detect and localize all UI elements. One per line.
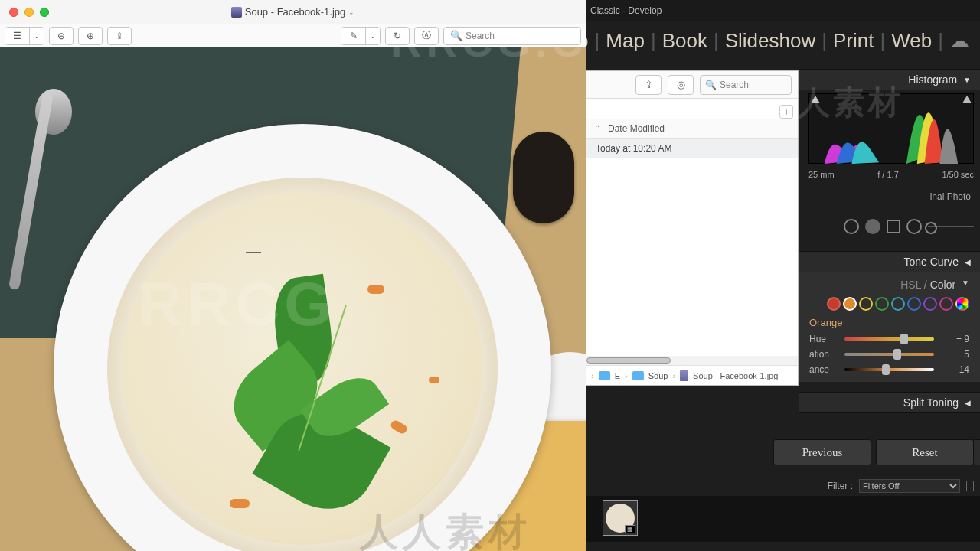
hsl-orange-swatch[interactable] [843,297,857,311]
frame-tool-icon[interactable] [887,220,900,233]
crop-tool-icon[interactable] [865,219,880,234]
disclosure-triangle-icon: ◀ [965,399,971,407]
preview-title: Soup - Facebook-1.jpg [245,6,346,18]
nav-cloud-icon[interactable]: ☁ [946,29,972,53]
search-icon: 🔍 [705,80,717,90]
rotate-button[interactable]: ↻ [385,27,410,45]
preview-toolbar: ☰⌄ ⊖ ⊕ ⇪ ✎⌄ ↻ Ⓐ 🔍Search [0,24,586,47]
finder-search-input[interactable]: 🔍Search [700,75,792,95]
preview-search-input[interactable]: 🔍Search [443,27,581,45]
filter-dropdown[interactable]: Filters Off [859,479,960,493]
wb-tool-icon[interactable] [844,219,859,234]
jpg-file-icon [231,7,242,18]
search-icon: 🔍 [450,30,462,41]
nav-print[interactable]: Print [830,29,877,53]
disclosure-triangle-icon: ▼ [963,76,971,84]
finder-window: ⇪ ◎ 🔍Search + ⌃Date Modified Today at 10… [586,70,799,386]
sidebar-toggle-icon[interactable]: ☰ [5,28,30,44]
folder-icon[interactable] [599,371,610,380]
hsl-magenta-swatch[interactable] [939,297,953,311]
folder-icon[interactable] [632,371,644,380]
histogram-display [808,93,974,164]
lock-icon[interactable] [966,481,974,491]
hue-value[interactable]: + 9 [939,334,969,344]
hsl-color-panel: HSL / Color▼ Orange Hue + 9 ation + 5 an… [799,272,980,382]
filmstrip[interactable]: ▦ [586,496,980,542]
nav-web[interactable]: Web [888,29,935,53]
hsl-panel-header[interactable]: HSL / Color▼ [809,279,969,291]
saturation-value[interactable]: + 5 [939,349,969,360]
disclosure-triangle-icon: ◀ [965,258,971,266]
nav-slideshow[interactable]: Slideshow [722,29,819,53]
breadcrumb-segment[interactable]: Soup [648,371,668,380]
share-button[interactable]: ⇪ [635,75,662,95]
reset-button[interactable]: Reset [876,439,974,465]
histogram-panel-header[interactable]: Histogram▼ [799,69,980,90]
jpg-file-icon[interactable] [680,370,688,381]
basic-tool-strip [808,216,974,237]
hue-slider[interactable] [844,337,934,341]
highlight-dropdown-icon[interactable]: ⌄ [366,28,380,44]
lightroom-module-nav: p| Map| Book| Slideshow| Print| Web| ☁ [574,29,972,53]
hsl-aqua-swatch[interactable] [891,297,905,311]
hue-label: Hue [809,334,840,344]
crosshair-cursor-icon [249,248,258,257]
filter-label: Filter : [828,481,853,491]
highlight-tool-icon[interactable]: ✎ [341,28,366,44]
new-tab-button[interactable]: + [779,105,793,119]
hsl-red-swatch[interactable] [827,297,841,311]
finder-row-date[interactable]: Today at 10:20 AM [586,139,798,158]
nav-book[interactable]: Book [659,29,710,53]
lightroom-titlebar: Classic - Develop [586,0,980,21]
saturation-slider[interactable] [844,353,934,356]
hsl-all-swatch[interactable] [956,297,969,311]
adjust-slider[interactable] [928,226,974,227]
finder-horizontal-scrollbar[interactable] [586,356,798,365]
tonecurve-panel-header[interactable]: Tone Curve◀ [799,251,980,272]
hsl-selected-color-label: Orange [809,317,969,328]
breadcrumb-segment[interactable]: E [615,371,620,380]
hsl-purple-swatch[interactable] [923,297,937,311]
photo-viewport[interactable]: RRCG.CN RRCG 人人素材 [0,47,586,551]
hsl-blue-swatch[interactable] [907,297,921,311]
filmstrip-thumbnail[interactable]: ▦ [603,500,638,536]
luminance-label: ance [809,364,840,375]
saturation-label: ation [809,349,840,360]
previous-button[interactable]: Previous [773,439,871,465]
breadcrumb-file[interactable]: Soup - Facebook-1.jpg [693,371,778,380]
nav-map[interactable]: Map [603,29,648,53]
sidebar-dropdown-icon[interactable]: ⌄ [30,28,44,44]
histogram-caption: 25 mm f / 1.7 1/50 sec [808,170,974,179]
luminance-value[interactable]: – 14 [939,364,969,375]
finder-path-bar: › E › Soup › Soup - Facebook-1.jpg [586,365,798,385]
preview-titlebar: Soup - Facebook-1.jpg ⌄ [0,0,586,24]
finder-column-header[interactable]: ⌃Date Modified [586,119,798,139]
zoom-in-button[interactable]: ⊕ [78,27,103,45]
title-dropdown-icon[interactable]: ⌄ [348,8,354,16]
sort-indicator-icon: ⌃ [594,124,600,132]
thumbnail-badge-icon: ▦ [625,525,635,533]
hsl-green-swatch[interactable] [875,297,889,311]
finder-list-area[interactable] [586,158,798,356]
hsl-yellow-swatch[interactable] [859,297,873,311]
tags-button[interactable]: ◎ [668,75,694,95]
zoom-out-button[interactable]: ⊖ [49,27,74,45]
share-button[interactable]: ⇪ [107,27,132,45]
split-toning-panel-header[interactable]: Split Toning◀ [799,392,980,413]
disclosure-triangle-icon: ▼ [962,279,969,291]
original-photo-label: inal Photo [930,191,971,202]
radial-tool-icon[interactable] [906,219,922,234]
luminance-slider[interactable] [844,368,934,371]
markup-button[interactable]: Ⓐ [414,27,439,45]
